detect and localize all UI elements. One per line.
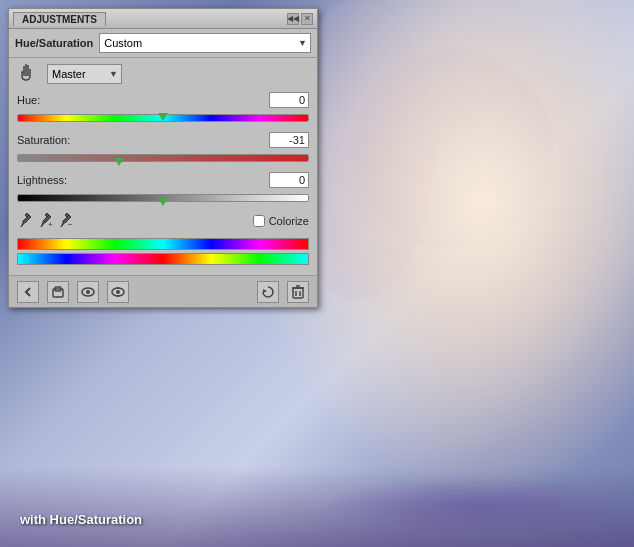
colorize-label: Colorize — [269, 215, 309, 227]
colorize-checkbox[interactable] — [253, 215, 265, 227]
eyedropper-add-button[interactable]: + — [37, 212, 55, 230]
target-icon — [18, 64, 40, 84]
result-color-bar — [17, 253, 309, 265]
preset-dropdown[interactable]: Custom Cyanotype Increase Saturation Old… — [99, 33, 311, 53]
saturation-track[interactable] — [17, 154, 309, 162]
panel-collapse-btn[interactable]: ◀◀ — [287, 13, 299, 25]
hs-title: Hue/Saturation — [15, 37, 93, 49]
svg-point-8 — [86, 290, 90, 294]
lightness-thumb[interactable] — [158, 198, 168, 208]
svg-point-0 — [23, 66, 25, 68]
visibility-button[interactable] — [77, 281, 99, 303]
eyedropper-button[interactable] — [17, 212, 35, 230]
eyedropper-tools: + − — [17, 212, 249, 230]
hue-track-container — [17, 110, 309, 126]
svg-text:−: − — [68, 220, 73, 229]
panel-controls: ◀◀ ✕ — [287, 13, 313, 25]
saturation-track-container — [17, 150, 309, 166]
panel-titlebar: ADJUSTMENTS ◀◀ ✕ — [9, 9, 317, 29]
hue-thumb[interactable] — [158, 113, 168, 123]
trash-button[interactable] — [287, 281, 309, 303]
lightness-label: Lightness: — [17, 174, 67, 186]
svg-point-10 — [116, 290, 120, 294]
svg-rect-14 — [293, 288, 303, 298]
preset-dropdown-wrapper: Custom Cyanotype Increase Saturation Old… — [99, 33, 311, 53]
reset-button[interactable] — [257, 281, 279, 303]
channel-icon[interactable] — [17, 64, 41, 84]
lightness-track-container — [17, 190, 309, 206]
reset-icon — [261, 285, 275, 299]
saturation-thumb[interactable] — [114, 158, 124, 168]
clip-button[interactable] — [47, 281, 69, 303]
saturation-label: Saturation: — [17, 134, 70, 146]
lightness-label-row: Lightness: — [17, 172, 309, 188]
color-bars — [17, 238, 309, 265]
saturation-slider-row: Saturation: — [17, 132, 309, 166]
colorize-row: + − Colorize — [17, 212, 309, 230]
adjustments-panel: ADJUSTMENTS ◀◀ ✕ Hue/Saturation Custom C… — [8, 8, 318, 308]
hue-label: Hue: — [17, 94, 40, 106]
panel-body: Master Reds Yellows Greens Cyans Blues M… — [9, 58, 317, 275]
panel-close-btn[interactable]: ✕ — [301, 13, 313, 25]
panel-footer — [9, 275, 317, 307]
hs-header: Hue/Saturation Custom Cyanotype Increase… — [9, 29, 317, 58]
hue-value[interactable] — [269, 92, 309, 108]
channel-dropdown[interactable]: Master Reds Yellows Greens Cyans Blues M… — [47, 64, 122, 84]
svg-point-1 — [25, 64, 27, 66]
bottom-caption: with Hue/Saturation — [20, 512, 142, 527]
source-color-bar — [17, 238, 309, 250]
lightness-track[interactable] — [17, 194, 309, 202]
hue-label-row: Hue: — [17, 92, 309, 108]
lightness-slider-row: Lightness: — [17, 172, 309, 206]
svg-marker-13 — [263, 289, 267, 293]
eyedropper-icon — [19, 213, 33, 229]
clip-icon — [51, 285, 65, 299]
eyedropper-subtract-button[interactable]: − — [57, 212, 75, 230]
master-row: Master Reds Yellows Greens Cyans Blues M… — [17, 64, 309, 84]
trash-icon — [292, 285, 304, 299]
back-icon — [22, 286, 34, 298]
eyedropper-add-icon: + — [39, 213, 53, 229]
channel-dropdown-wrapper: Master Reds Yellows Greens Cyans Blues M… — [47, 64, 122, 84]
saturation-value[interactable] — [269, 132, 309, 148]
eye-icon — [111, 286, 125, 298]
saturation-label-row: Saturation: — [17, 132, 309, 148]
visibility-icon — [81, 287, 95, 297]
hue-slider-row: Hue: — [17, 92, 309, 126]
lightness-value[interactable] — [269, 172, 309, 188]
eye-button[interactable] — [107, 281, 129, 303]
panel-title: ADJUSTMENTS — [13, 12, 106, 26]
hue-track[interactable] — [17, 114, 309, 122]
svg-point-2 — [27, 65, 29, 67]
back-button[interactable] — [17, 281, 39, 303]
eyedropper-subtract-icon: − — [59, 213, 73, 229]
svg-text:+: + — [48, 220, 53, 229]
